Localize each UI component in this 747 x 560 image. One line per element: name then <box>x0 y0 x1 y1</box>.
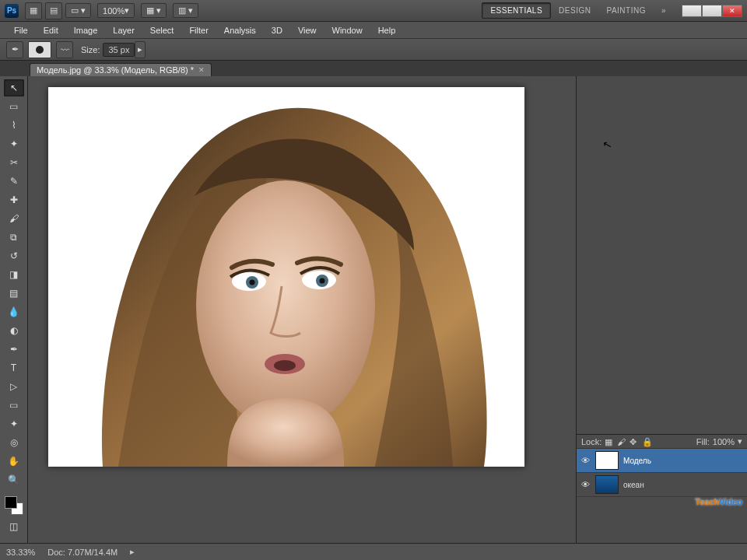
menu-bar: File Edit Image Layer Select Filter Anal… <box>0 22 747 39</box>
stamp-tool-icon[interactable]: ⧉ <box>4 229 24 246</box>
lock-position-icon[interactable]: ✥ <box>630 437 639 446</box>
eyedropper-tool-icon[interactable]: ✎ <box>4 173 24 190</box>
arrange-docs-dropdown[interactable]: ▦ ▾ <box>141 3 167 18</box>
size-label: Size: <box>81 45 100 54</box>
minibridge-icon[interactable]: ▤ <box>45 2 62 19</box>
canvas-area[interactable] <box>28 76 576 543</box>
menu-3d[interactable]: 3D <box>264 23 290 37</box>
blur-tool-icon[interactable]: 💧 <box>4 303 24 320</box>
svg-point-9 <box>274 360 296 371</box>
type-tool-icon[interactable]: T <box>4 359 24 376</box>
options-bar: ✒ 〰 Size: 35 px ▸ <box>0 39 747 61</box>
size-field[interactable]: 35 px <box>103 43 135 57</box>
menu-help[interactable]: Help <box>370 23 404 37</box>
3d-tool-icon[interactable]: ✦ <box>4 415 24 432</box>
screen-mode-dropdown[interactable]: ▭ ▾ <box>65 3 91 18</box>
pen-tool-icon[interactable]: ✒ <box>4 341 24 358</box>
menu-analysis[interactable]: Analysis <box>216 23 264 37</box>
layer-name: Модель <box>623 457 651 465</box>
healing-tool-icon[interactable]: ✚ <box>4 191 24 208</box>
workspace-essentials[interactable]: ESSENTIALS <box>482 2 551 19</box>
status-arrow-icon[interactable]: ▸ <box>130 547 135 557</box>
portrait-image <box>48 87 524 467</box>
close-tab-icon[interactable]: ✕ <box>198 66 205 74</box>
visibility-icon[interactable]: 👁 <box>580 480 591 489</box>
3d-camera-tool-icon[interactable]: ◎ <box>4 434 24 451</box>
crop-tool-icon[interactable]: ✂ <box>4 154 24 171</box>
extras-dropdown[interactable]: ▥ ▾ <box>173 3 198 18</box>
document-tab-label: Модель.jpg @ 33.3% (Модель, RGB/8) * <box>37 65 194 75</box>
status-zoom[interactable]: 33.33% <box>6 548 35 557</box>
bridge-icon[interactable]: ▦ <box>25 2 42 19</box>
layers-panel: Lock: ▦ 🖌 ✥ 🔒 Fill: 100% ▾ 👁 Модель 👁 ок… <box>577 434 747 543</box>
menu-layer[interactable]: Layer <box>105 23 142 37</box>
eraser-tool-icon[interactable]: ◨ <box>4 266 24 283</box>
current-tool-icon[interactable]: ✒ <box>6 41 23 58</box>
workspace-painting[interactable]: PAINTING <box>598 3 653 18</box>
lock-transparent-icon[interactable]: ▦ <box>605 437 614 446</box>
fill-value[interactable]: 100% <box>713 437 735 446</box>
toolbox: ↖ ▭ ⌇ ✦ ✂ ✎ ✚ 🖌 ⧉ ↺ ◨ ▤ 💧 ◐ ✒ T ▷ ▭ ✦ ◎ … <box>0 76 28 543</box>
menu-view[interactable]: View <box>290 23 324 37</box>
marquee-tool-icon[interactable]: ▭ <box>4 98 24 115</box>
menu-file[interactable]: File <box>6 23 36 37</box>
layer-name: океан <box>623 481 644 489</box>
visibility-icon[interactable]: 👁 <box>580 456 591 465</box>
lasso-tool-icon[interactable]: ⌇ <box>4 117 24 134</box>
document-tab-bar: Модель.jpg @ 33.3% (Модель, RGB/8) * ✕ <box>0 61 747 76</box>
status-doc-size: Doc: 7.07M/14.4M <box>47 548 117 557</box>
shape-tool-icon[interactable]: ▭ <box>4 397 24 414</box>
hand-tool-icon[interactable]: ✋ <box>4 453 24 470</box>
status-bar: 33.33% Doc: 7.07M/14.4M ▸ <box>0 543 747 560</box>
svg-point-1 <box>196 180 375 429</box>
layer-thumbnail <box>595 475 619 494</box>
lock-pixels-icon[interactable]: 🖌 <box>617 437 626 446</box>
gradient-tool-icon[interactable]: ▤ <box>4 285 24 302</box>
lock-all-icon[interactable]: 🔒 <box>642 437 651 446</box>
menu-filter[interactable]: Filter <box>181 23 216 37</box>
lock-label: Lock: <box>581 437 601 446</box>
fill-dropdown-icon[interactable]: ▾ <box>738 436 742 446</box>
zoom-tool-icon[interactable]: 🔍 <box>4 471 24 488</box>
brush-settings-icon[interactable]: 〰 <box>56 41 73 58</box>
menu-select[interactable]: Select <box>142 23 182 37</box>
watermark: TeachVideo <box>695 492 742 509</box>
path-select-tool-icon[interactable]: ▷ <box>4 378 24 395</box>
layer-row-model[interactable]: 👁 Модель <box>577 449 747 473</box>
brush-tool-icon[interactable]: 🖌 <box>4 210 24 227</box>
fill-label: Fill: <box>696 437 710 446</box>
ps-logo-icon: Ps <box>5 4 19 18</box>
svg-point-7 <box>320 278 325 284</box>
menu-edit[interactable]: Edit <box>36 23 66 37</box>
right-panel-dock: Lock: ▦ 🖌 ✥ 🔒 Fill: 100% ▾ 👁 Модель 👁 ок… <box>576 76 747 543</box>
quick-mask-icon[interactable]: ◫ <box>4 518 24 535</box>
maximize-button[interactable]: ▢ <box>702 5 722 17</box>
workspace-more-icon[interactable]: » <box>654 3 674 18</box>
history-brush-tool-icon[interactable]: ↺ <box>4 247 24 264</box>
document-tab[interactable]: Модель.jpg @ 33.3% (Модель, RGB/8) * ✕ <box>30 63 212 76</box>
move-tool-icon[interactable]: ↖ <box>4 79 24 96</box>
document-canvas[interactable] <box>48 87 524 467</box>
zoom-level-dropdown[interactable]: 100% ▾ <box>97 3 135 18</box>
close-app-button[interactable]: ✕ <box>722 5 742 17</box>
menu-image[interactable]: Image <box>66 23 106 37</box>
layer-thumbnail <box>595 451 619 470</box>
size-slider-icon[interactable]: ▸ <box>135 41 146 58</box>
quick-select-tool-icon[interactable]: ✦ <box>4 135 24 152</box>
color-swatches[interactable] <box>3 495 25 516</box>
brush-preview[interactable] <box>28 41 51 58</box>
menu-window[interactable]: Window <box>324 23 370 37</box>
minimize-button[interactable]: — <box>682 5 702 17</box>
svg-point-5 <box>250 280 255 285</box>
dodge-tool-icon[interactable]: ◐ <box>4 322 24 339</box>
app-bar: Ps ▦ ▤ ▭ ▾ 100% ▾ ▦ ▾ ▥ ▾ ESSENTIALS DES… <box>0 0 747 22</box>
workspace-design[interactable]: DESIGN <box>551 3 598 18</box>
